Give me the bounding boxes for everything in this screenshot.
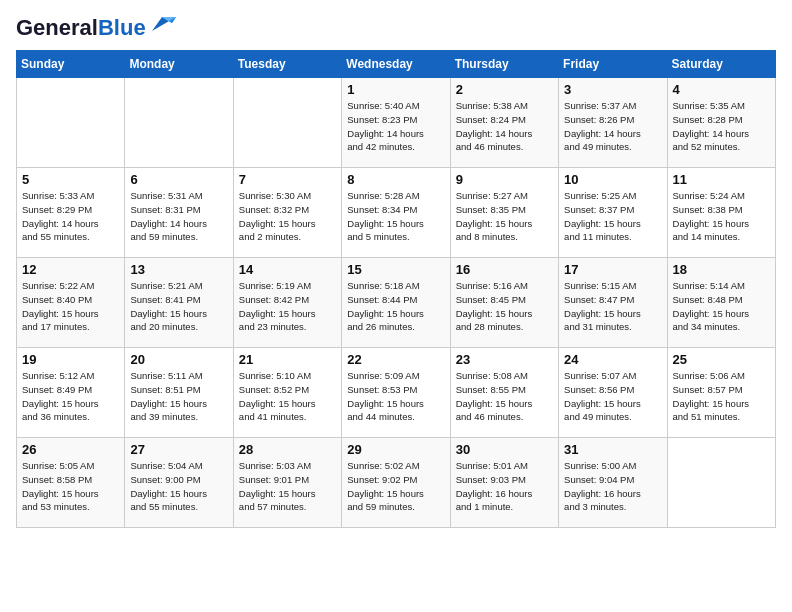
day-number: 27 xyxy=(130,442,227,457)
day-number: 13 xyxy=(130,262,227,277)
day-number: 23 xyxy=(456,352,553,367)
day-info: Sunrise: 5:16 AM Sunset: 8:45 PM Dayligh… xyxy=(456,279,553,334)
calendar-week-1: 1Sunrise: 5:40 AM Sunset: 8:23 PM Daylig… xyxy=(17,78,776,168)
day-info: Sunrise: 5:21 AM Sunset: 8:41 PM Dayligh… xyxy=(130,279,227,334)
calendar-cell: 8Sunrise: 5:28 AM Sunset: 8:34 PM Daylig… xyxy=(342,168,450,258)
day-info: Sunrise: 5:24 AM Sunset: 8:38 PM Dayligh… xyxy=(673,189,770,244)
day-number: 14 xyxy=(239,262,336,277)
weekday-header-tuesday: Tuesday xyxy=(233,51,341,78)
day-number: 7 xyxy=(239,172,336,187)
calendar-cell: 12Sunrise: 5:22 AM Sunset: 8:40 PM Dayli… xyxy=(17,258,125,348)
day-number: 25 xyxy=(673,352,770,367)
calendar-cell: 2Sunrise: 5:38 AM Sunset: 8:24 PM Daylig… xyxy=(450,78,558,168)
day-info: Sunrise: 5:08 AM Sunset: 8:55 PM Dayligh… xyxy=(456,369,553,424)
day-info: Sunrise: 5:18 AM Sunset: 8:44 PM Dayligh… xyxy=(347,279,444,334)
day-number: 10 xyxy=(564,172,661,187)
day-number: 12 xyxy=(22,262,119,277)
logo-icon xyxy=(148,15,176,33)
calendar-cell: 29Sunrise: 5:02 AM Sunset: 9:02 PM Dayli… xyxy=(342,438,450,528)
calendar-week-3: 12Sunrise: 5:22 AM Sunset: 8:40 PM Dayli… xyxy=(17,258,776,348)
calendar-cell: 17Sunrise: 5:15 AM Sunset: 8:47 PM Dayli… xyxy=(559,258,667,348)
calendar-week-5: 26Sunrise: 5:05 AM Sunset: 8:58 PM Dayli… xyxy=(17,438,776,528)
day-info: Sunrise: 5:11 AM Sunset: 8:51 PM Dayligh… xyxy=(130,369,227,424)
day-number: 3 xyxy=(564,82,661,97)
calendar-cell xyxy=(233,78,341,168)
logo: GeneralBlue xyxy=(16,16,176,40)
day-number: 19 xyxy=(22,352,119,367)
day-number: 18 xyxy=(673,262,770,277)
day-number: 24 xyxy=(564,352,661,367)
calendar-cell: 22Sunrise: 5:09 AM Sunset: 8:53 PM Dayli… xyxy=(342,348,450,438)
day-info: Sunrise: 5:04 AM Sunset: 9:00 PM Dayligh… xyxy=(130,459,227,514)
day-info: Sunrise: 5:03 AM Sunset: 9:01 PM Dayligh… xyxy=(239,459,336,514)
day-number: 8 xyxy=(347,172,444,187)
day-number: 1 xyxy=(347,82,444,97)
logo-general: General xyxy=(16,15,98,40)
day-info: Sunrise: 5:40 AM Sunset: 8:23 PM Dayligh… xyxy=(347,99,444,154)
day-info: Sunrise: 5:09 AM Sunset: 8:53 PM Dayligh… xyxy=(347,369,444,424)
day-info: Sunrise: 5:05 AM Sunset: 8:58 PM Dayligh… xyxy=(22,459,119,514)
calendar-cell: 24Sunrise: 5:07 AM Sunset: 8:56 PM Dayli… xyxy=(559,348,667,438)
calendar-week-4: 19Sunrise: 5:12 AM Sunset: 8:49 PM Dayli… xyxy=(17,348,776,438)
day-info: Sunrise: 5:28 AM Sunset: 8:34 PM Dayligh… xyxy=(347,189,444,244)
day-info: Sunrise: 5:00 AM Sunset: 9:04 PM Dayligh… xyxy=(564,459,661,514)
day-number: 21 xyxy=(239,352,336,367)
day-info: Sunrise: 5:14 AM Sunset: 8:48 PM Dayligh… xyxy=(673,279,770,334)
day-info: Sunrise: 5:19 AM Sunset: 8:42 PM Dayligh… xyxy=(239,279,336,334)
calendar-cell: 26Sunrise: 5:05 AM Sunset: 8:58 PM Dayli… xyxy=(17,438,125,528)
calendar-cell: 7Sunrise: 5:30 AM Sunset: 8:32 PM Daylig… xyxy=(233,168,341,258)
calendar-cell: 9Sunrise: 5:27 AM Sunset: 8:35 PM Daylig… xyxy=(450,168,558,258)
calendar-cell: 31Sunrise: 5:00 AM Sunset: 9:04 PM Dayli… xyxy=(559,438,667,528)
calendar-cell: 4Sunrise: 5:35 AM Sunset: 8:28 PM Daylig… xyxy=(667,78,775,168)
day-number: 15 xyxy=(347,262,444,277)
day-number: 9 xyxy=(456,172,553,187)
day-info: Sunrise: 5:15 AM Sunset: 8:47 PM Dayligh… xyxy=(564,279,661,334)
weekday-header-monday: Monday xyxy=(125,51,233,78)
calendar-cell: 19Sunrise: 5:12 AM Sunset: 8:49 PM Dayli… xyxy=(17,348,125,438)
calendar-cell: 13Sunrise: 5:21 AM Sunset: 8:41 PM Dayli… xyxy=(125,258,233,348)
day-number: 20 xyxy=(130,352,227,367)
calendar-cell: 5Sunrise: 5:33 AM Sunset: 8:29 PM Daylig… xyxy=(17,168,125,258)
calendar-cell: 28Sunrise: 5:03 AM Sunset: 9:01 PM Dayli… xyxy=(233,438,341,528)
day-number: 30 xyxy=(456,442,553,457)
day-info: Sunrise: 5:25 AM Sunset: 8:37 PM Dayligh… xyxy=(564,189,661,244)
weekday-header-saturday: Saturday xyxy=(667,51,775,78)
calendar-cell: 15Sunrise: 5:18 AM Sunset: 8:44 PM Dayli… xyxy=(342,258,450,348)
weekday-header-wednesday: Wednesday xyxy=(342,51,450,78)
day-info: Sunrise: 5:38 AM Sunset: 8:24 PM Dayligh… xyxy=(456,99,553,154)
day-info: Sunrise: 5:06 AM Sunset: 8:57 PM Dayligh… xyxy=(673,369,770,424)
calendar-cell: 11Sunrise: 5:24 AM Sunset: 8:38 PM Dayli… xyxy=(667,168,775,258)
day-number: 22 xyxy=(347,352,444,367)
calendar-cell: 20Sunrise: 5:11 AM Sunset: 8:51 PM Dayli… xyxy=(125,348,233,438)
day-info: Sunrise: 5:31 AM Sunset: 8:31 PM Dayligh… xyxy=(130,189,227,244)
day-number: 31 xyxy=(564,442,661,457)
calendar-cell: 27Sunrise: 5:04 AM Sunset: 9:00 PM Dayli… xyxy=(125,438,233,528)
calendar-cell: 25Sunrise: 5:06 AM Sunset: 8:57 PM Dayli… xyxy=(667,348,775,438)
day-number: 26 xyxy=(22,442,119,457)
weekday-header-friday: Friday xyxy=(559,51,667,78)
calendar-cell xyxy=(125,78,233,168)
calendar-cell: 3Sunrise: 5:37 AM Sunset: 8:26 PM Daylig… xyxy=(559,78,667,168)
day-info: Sunrise: 5:27 AM Sunset: 8:35 PM Dayligh… xyxy=(456,189,553,244)
day-info: Sunrise: 5:07 AM Sunset: 8:56 PM Dayligh… xyxy=(564,369,661,424)
day-number: 5 xyxy=(22,172,119,187)
day-info: Sunrise: 5:12 AM Sunset: 8:49 PM Dayligh… xyxy=(22,369,119,424)
calendar-week-2: 5Sunrise: 5:33 AM Sunset: 8:29 PM Daylig… xyxy=(17,168,776,258)
calendar-table: SundayMondayTuesdayWednesdayThursdayFrid… xyxy=(16,50,776,528)
day-number: 28 xyxy=(239,442,336,457)
day-number: 17 xyxy=(564,262,661,277)
logo-blue: Blue xyxy=(98,15,146,40)
day-number: 29 xyxy=(347,442,444,457)
weekday-header-sunday: Sunday xyxy=(17,51,125,78)
day-info: Sunrise: 5:37 AM Sunset: 8:26 PM Dayligh… xyxy=(564,99,661,154)
calendar-cell: 10Sunrise: 5:25 AM Sunset: 8:37 PM Dayli… xyxy=(559,168,667,258)
day-info: Sunrise: 5:35 AM Sunset: 8:28 PM Dayligh… xyxy=(673,99,770,154)
day-info: Sunrise: 5:02 AM Sunset: 9:02 PM Dayligh… xyxy=(347,459,444,514)
page-header: GeneralBlue xyxy=(16,16,776,40)
day-info: Sunrise: 5:01 AM Sunset: 9:03 PM Dayligh… xyxy=(456,459,553,514)
calendar-cell: 16Sunrise: 5:16 AM Sunset: 8:45 PM Dayli… xyxy=(450,258,558,348)
calendar-cell xyxy=(17,78,125,168)
day-number: 11 xyxy=(673,172,770,187)
day-info: Sunrise: 5:22 AM Sunset: 8:40 PM Dayligh… xyxy=(22,279,119,334)
calendar-cell: 30Sunrise: 5:01 AM Sunset: 9:03 PM Dayli… xyxy=(450,438,558,528)
